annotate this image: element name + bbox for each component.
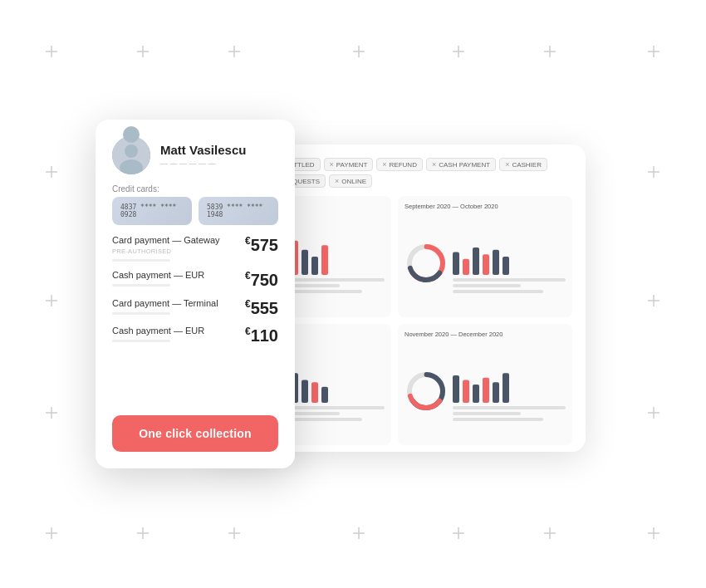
user-header: Matt Vasilescu — — — — — — bbox=[112, 136, 278, 174]
tag-remove-icon[interactable]: × bbox=[505, 160, 509, 169]
svg-rect-62 bbox=[453, 252, 459, 275]
payment-row: Card payment — Gateway PRE-AUTHORISED €5… bbox=[112, 235, 278, 262]
tag-remove-icon[interactable]: × bbox=[382, 160, 386, 169]
credit-card-2: 5839 **** **** 1948 bbox=[199, 197, 278, 225]
payment-name: Card payment — Terminal bbox=[112, 298, 218, 308]
credit-card-1: 4837 **** **** 0928 bbox=[112, 197, 192, 225]
cross-decoration bbox=[137, 527, 149, 539]
cross-decoration bbox=[353, 46, 365, 57]
chart-title: September 2020 — October 2020 bbox=[404, 203, 566, 210]
svg-rect-82 bbox=[473, 385, 479, 403]
payment-underline bbox=[112, 259, 170, 262]
payment-name: Cash payment — EUR bbox=[112, 326, 204, 336]
payment-amount: €575 bbox=[245, 235, 278, 255]
legend-line bbox=[453, 290, 543, 293]
payment-row: Cash payment — EUR €750 bbox=[112, 270, 278, 290]
credit-cards-row: 4837 **** **** 0928 5839 **** **** 1948 bbox=[112, 197, 278, 225]
chart-panel: November 2020 — December 2020 bbox=[398, 324, 572, 445]
bars-section bbox=[453, 233, 566, 293]
filter-tag[interactable]: ×REFUND bbox=[376, 158, 423, 171]
payment-name: Cash payment — EUR bbox=[112, 270, 204, 280]
cross-decoration bbox=[353, 527, 365, 539]
svg-rect-84 bbox=[493, 382, 499, 403]
currency-symbol: € bbox=[245, 326, 251, 337]
payment-underline bbox=[112, 340, 170, 342]
cross-decoration bbox=[46, 46, 57, 57]
svg-rect-80 bbox=[453, 375, 459, 403]
cross-decoration bbox=[453, 527, 464, 539]
chart-panel: September 2020 — October 2020 bbox=[398, 196, 572, 317]
payment-amount: €110 bbox=[245, 326, 278, 345]
user-name: Matt Vasilescu bbox=[160, 143, 246, 158]
payment-left: Card payment — Terminal bbox=[112, 298, 218, 315]
svg-rect-67 bbox=[503, 257, 509, 275]
legend-line bbox=[453, 284, 521, 287]
filter-tag[interactable]: ×ONLINE bbox=[329, 174, 372, 188]
payment-left: Card payment — Gateway PRE-AUTHORISED bbox=[112, 235, 220, 262]
legend-line bbox=[453, 412, 521, 415]
tag-remove-icon[interactable]: × bbox=[432, 160, 436, 169]
payment-name: Card payment — Gateway bbox=[112, 235, 220, 245]
one-click-collection-button[interactable]: One click collection bbox=[112, 415, 278, 452]
svg-rect-83 bbox=[483, 377, 489, 402]
filter-tag[interactable]: ×CASH PAYMENT bbox=[426, 158, 496, 171]
bar-chart bbox=[453, 233, 566, 275]
filter-tag[interactable]: ×CASHIER bbox=[499, 158, 547, 171]
payment-row: Card payment — Terminal €555 bbox=[112, 298, 278, 318]
main-scene: ×CHARGED×SETTLED×PAYMENT×REFUND×CASH PAY… bbox=[96, 120, 610, 468]
svg-rect-63 bbox=[463, 258, 469, 274]
legend-line bbox=[453, 406, 566, 409]
donut-chart bbox=[404, 242, 448, 285]
credit-cards-label: Credit cards: bbox=[112, 184, 278, 194]
cross-decoration bbox=[46, 295, 57, 306]
svg-rect-57 bbox=[311, 257, 318, 275]
currency-symbol: € bbox=[245, 298, 251, 310]
tag-remove-icon[interactable]: × bbox=[330, 160, 334, 169]
legend-lines bbox=[453, 406, 566, 421]
credit-cards-section: Credit cards: 4837 **** **** 0928 5839 *… bbox=[112, 184, 278, 225]
svg-rect-74 bbox=[302, 380, 308, 403]
payment-row: Cash payment — EUR €110 bbox=[112, 326, 278, 345]
payment-left: Cash payment — EUR bbox=[112, 326, 204, 342]
svg-rect-64 bbox=[473, 247, 479, 275]
tag-remove-icon[interactable]: × bbox=[335, 177, 339, 185]
cross-decoration bbox=[544, 46, 556, 57]
svg-rect-85 bbox=[503, 373, 509, 403]
payment-sub: PRE-AUTHORISED bbox=[112, 247, 220, 255]
bar-chart bbox=[453, 361, 566, 403]
cross-decoration bbox=[453, 46, 464, 57]
cross-decoration bbox=[648, 46, 659, 57]
avatar bbox=[112, 136, 150, 174]
cross-decoration bbox=[544, 527, 556, 539]
svg-rect-65 bbox=[483, 254, 489, 275]
cross-decoration bbox=[137, 46, 149, 57]
user-subtitle: — — — — — — bbox=[160, 159, 246, 168]
cross-decoration bbox=[648, 295, 659, 306]
legend-line bbox=[453, 418, 543, 421]
chart-content bbox=[404, 215, 566, 311]
svg-point-87 bbox=[125, 145, 138, 158]
payment-list: Card payment — Gateway PRE-AUTHORISED €5… bbox=[112, 235, 278, 405]
cross-decoration bbox=[46, 407, 57, 419]
cross-decoration bbox=[46, 166, 57, 178]
currency-symbol: € bbox=[245, 270, 251, 282]
payment-underline bbox=[112, 312, 170, 315]
chart-content bbox=[404, 343, 566, 439]
donut-chart bbox=[404, 370, 448, 413]
user-card: Matt Vasilescu — — — — — — Credit cards:… bbox=[96, 120, 295, 468]
svg-rect-66 bbox=[493, 249, 499, 274]
cross-decoration bbox=[46, 527, 57, 539]
payment-amount: €750 bbox=[245, 270, 278, 290]
bars-section bbox=[453, 361, 566, 421]
legend-lines bbox=[453, 278, 566, 293]
cross-decoration bbox=[228, 46, 240, 57]
payment-left: Cash payment — EUR bbox=[112, 270, 204, 287]
user-info: Matt Vasilescu — — — — — — bbox=[160, 143, 246, 168]
payment-amount: €555 bbox=[245, 298, 278, 318]
cross-decoration bbox=[648, 407, 659, 419]
currency-symbol: € bbox=[245, 235, 251, 247]
svg-rect-81 bbox=[463, 380, 469, 403]
cross-decoration bbox=[228, 527, 240, 539]
svg-rect-76 bbox=[321, 386, 328, 402]
filter-tag[interactable]: ×PAYMENT bbox=[324, 158, 374, 171]
